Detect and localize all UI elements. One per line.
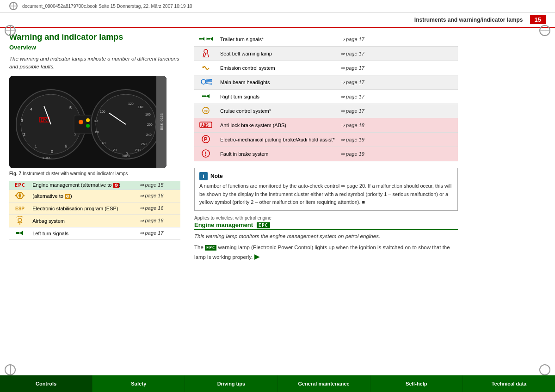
reg-mark-bl <box>5 364 16 375</box>
left-warning-table: EPC Engine management (alternative to ⚙)… <box>9 181 180 240</box>
svg-text:ABS: ABS <box>201 123 209 128</box>
icon-cell: + <box>194 32 217 47</box>
overview-text: The warning and indicator lamps indicate… <box>9 55 180 71</box>
table-row: Airbag system ⇒ page 16 <box>9 214 180 227</box>
table-row: Main beam headlights ⇒ page 17 <box>194 75 458 90</box>
icon-cell: ESP <box>9 202 31 214</box>
svg-marker-50 <box>19 231 23 235</box>
svg-line-58 <box>204 53 206 57</box>
fig-caption-bold: Fig. 7 <box>9 171 21 176</box>
svg-text:!: ! <box>204 151 206 157</box>
reg-bar: document_0900452a8179700c.book Seite 15 … <box>0 0 555 12</box>
icon-cell: ! <box>194 147 217 161</box>
svg-rect-44 <box>23 195 25 196</box>
svg-line-61 <box>206 80 212 80</box>
icon-cell: ABS <box>194 118 217 133</box>
engine-italic: This warning lamp monitors the engine ma… <box>194 233 458 240</box>
svg-text:160: 160 <box>145 113 151 116</box>
svg-point-40 <box>18 194 21 197</box>
header-title: Instruments and warning/indicator lamps <box>414 17 523 23</box>
svg-text:P: P <box>204 136 207 142</box>
epc-inline: EPC <box>205 245 216 251</box>
svg-text:100: 100 <box>100 110 105 113</box>
nav-item-safety[interactable]: Safety <box>92 375 185 392</box>
reg-mark-tl <box>5 25 16 36</box>
svg-text:2: 2 <box>23 132 25 137</box>
svg-text:280: 280 <box>135 148 141 152</box>
right-warning-table: + Trailer turn signals* ⇒ page 17 Sea <box>194 32 458 161</box>
fig-caption: Fig. 7 Instrument cluster with warning a… <box>9 171 180 176</box>
desc-cell: Engine management (alternative to ⚙) <box>31 181 137 190</box>
epc-icon: EPC <box>15 182 25 188</box>
svg-point-19 <box>86 124 90 128</box>
desc-cell: (alternative to ⚙) <box>31 190 137 202</box>
desc-cell: Cruise control system* <box>217 104 338 118</box>
continue-arrow: ▶ <box>254 253 259 260</box>
svg-text:140: 140 <box>138 105 143 109</box>
page-ref-cell: ⇒ page 16 <box>138 202 181 214</box>
svg-text:0: 0 <box>51 149 53 154</box>
icon-cell <box>194 61 217 75</box>
table-row: ABS Anti-lock brake system (ABS) ⇒ page … <box>194 118 458 133</box>
right-signal-icon <box>199 92 212 100</box>
page-ref-cell: ⇒ page 19 <box>338 133 458 147</box>
nav-item-self-help[interactable]: Self-help <box>370 375 463 392</box>
svg-marker-55 <box>210 37 213 41</box>
desc-cell: Airbag system <box>31 214 137 227</box>
main-beam-desc: Main beam headlights <box>217 75 338 90</box>
image-sidebar: BBK-0133 <box>156 76 166 168</box>
epc-badge: EPC <box>257 222 270 228</box>
desc-cell: Emission control system <box>217 61 338 75</box>
page-ref-cell: ⇒ page 17 <box>338 104 458 118</box>
right-column: + Trailer turn signals* ⇒ page 17 Sea <box>190 32 458 360</box>
applies-note: Applies to vehicles: with petrol engine <box>194 215 458 220</box>
icon-cell <box>194 47 217 61</box>
emission-icon <box>201 63 211 72</box>
svg-marker-65 <box>206 94 210 98</box>
table-row: EPC Engine management (alternative to ⚙)… <box>9 181 180 190</box>
svg-line-62 <box>206 84 212 84</box>
svg-text:120: 120 <box>128 102 134 105</box>
icon-cell <box>9 190 31 202</box>
overview-title: Overview <box>9 44 180 52</box>
reg-filename: document_0900452a8179700c.book Seite 15 … <box>22 4 192 9</box>
desc-cell: Electro-mechanical parking brake/Audi ho… <box>217 133 338 147</box>
svg-text:*: * <box>207 107 209 110</box>
table-row: Emission control system ⇒ page 17 <box>194 61 458 75</box>
table-row: Left turn signals ⇒ page 17 <box>9 227 180 239</box>
svg-point-46 <box>18 218 22 222</box>
note-header: i Note <box>199 172 453 180</box>
section-title: Warning and indicator lamps <box>9 32 180 42</box>
parking-brake-icon: P <box>201 135 211 143</box>
reg-mark-br <box>539 364 550 375</box>
left-column: Warning and indicator lamps Overview The… <box>9 32 190 360</box>
icon-cell: cc * <box>194 104 217 118</box>
nav-item-driving-tips[interactable]: Driving tips <box>185 375 278 392</box>
icon-cell <box>9 214 31 227</box>
page-number: 15 <box>530 15 546 24</box>
page-ref-cell: ⇒ page 17 <box>338 47 458 61</box>
page-ref-cell: ⇒ page 15 <box>138 181 181 190</box>
svg-point-17 <box>86 118 90 122</box>
svg-rect-51 <box>16 232 19 234</box>
svg-line-63 <box>206 80 212 81</box>
bottom-nav: ControlsSafetyDriving tipsGeneral mainte… <box>0 375 555 392</box>
nav-item-controls[interactable]: Controls <box>0 375 92 392</box>
desc-cell: Electronic stabilisation program (ESP) <box>31 202 137 214</box>
engine-title: Engine management EPC <box>194 221 458 230</box>
svg-text:240: 240 <box>146 133 152 136</box>
desc-cell: Seat belt warning lamp <box>217 47 338 61</box>
page-header: Instruments and warning/indicator lamps … <box>0 12 555 28</box>
nav-item-general-maintenance[interactable]: General maintenance <box>278 375 370 392</box>
instrument-cluster-image: 4 3 2 1 0 6 7 8 5 x1000 EPC 1D <box>9 76 166 168</box>
svg-point-59 <box>201 80 206 84</box>
reg-mark-tr <box>539 25 550 36</box>
info-icon: i <box>199 172 208 180</box>
icon-cell <box>194 90 217 104</box>
svg-marker-52 <box>202 37 204 41</box>
table-row: cc * Cruise control system* ⇒ page 17 <box>194 104 458 118</box>
nav-item-technical-data[interactable]: Technical data <box>463 375 555 392</box>
page-ref-cell: ⇒ page 17 <box>138 227 181 239</box>
icon-cell: EPC <box>9 181 31 190</box>
svg-text:20: 20 <box>113 148 117 152</box>
